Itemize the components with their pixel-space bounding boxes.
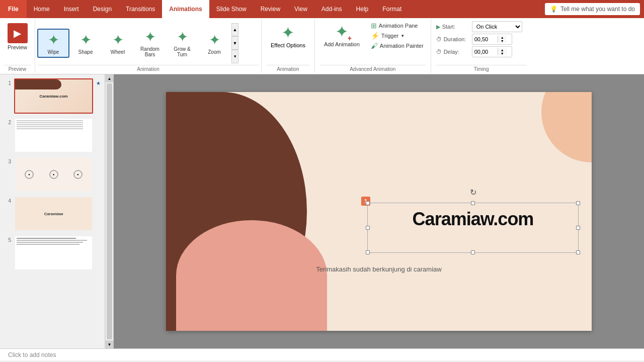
timing-section-label: Timing bbox=[436, 65, 527, 72]
slide-thumb-4[interactable]: 4 Caramiaw ★ bbox=[4, 196, 101, 231]
effect-options-icon: ✦ bbox=[281, 23, 295, 42]
slide-thumb-2[interactable]: 2 ★ bbox=[4, 118, 101, 153]
animation-section-label: Animation bbox=[37, 65, 259, 72]
slide-preview-3: ● ● ● bbox=[15, 158, 92, 191]
shape-label: Shape bbox=[78, 49, 93, 55]
slide-subtitle[interactable]: Terimakasih sudah berkunjung di caramiaw bbox=[166, 265, 592, 273]
slide-num-1: 1 bbox=[4, 78, 11, 86]
rotate-handle[interactable]: ↻ bbox=[470, 188, 476, 197]
preview-button[interactable]: ▶ Preview bbox=[6, 21, 30, 52]
duration-up[interactable]: ▲ bbox=[498, 36, 507, 39]
delay-up[interactable]: ▲ bbox=[498, 48, 507, 52]
animation-painter-label: Animation Painter bbox=[380, 43, 424, 49]
tab-format[interactable]: Format bbox=[375, 0, 409, 18]
slide-img-5 bbox=[14, 235, 93, 270]
tab-animations[interactable]: Animations bbox=[162, 0, 209, 18]
tab-addins[interactable]: Add-ins bbox=[314, 0, 349, 18]
anim-wipe[interactable]: ✦ Wipe bbox=[37, 29, 69, 58]
tab-design[interactable]: Design bbox=[86, 0, 119, 18]
preview-section-label: Preview bbox=[4, 65, 31, 72]
handle-bottom-left[interactable] bbox=[366, 250, 370, 254]
slides-panel-container: 1 Caramiaw.com ★ 2 bbox=[0, 74, 114, 348]
delay-input[interactable] bbox=[472, 48, 498, 55]
slide-thumb-1[interactable]: 1 Caramiaw.com ★ bbox=[4, 78, 101, 114]
ribbon-section-advanced: ✦+ Add Animation ⊞ Animation Pane ⚡ Trig… bbox=[315, 19, 431, 73]
slide-num-4: 4 bbox=[4, 196, 11, 204]
random-bars-icon: ✦ bbox=[144, 29, 156, 45]
trigger-label: Trigger bbox=[381, 33, 398, 39]
slide-blob-light bbox=[541, 92, 592, 162]
handle-top-right[interactable] bbox=[576, 201, 580, 205]
tab-transitions[interactable]: Transitions bbox=[119, 0, 162, 18]
tab-slideshow[interactable]: Slide Show bbox=[209, 0, 254, 18]
tab-home[interactable]: Home bbox=[27, 0, 57, 18]
slide-num-5: 5 bbox=[4, 235, 11, 243]
advanced-section-label: Advanced Animation bbox=[320, 65, 426, 72]
shape-icon: ✦ bbox=[80, 32, 92, 48]
delay-icon: ⏱ bbox=[436, 49, 442, 55]
add-animation-button[interactable]: ✦+ Add Animation bbox=[320, 21, 364, 48]
animation-pane-icon: ⊞ bbox=[371, 22, 377, 30]
delay-text: Delay: bbox=[444, 49, 459, 55]
gallery-expand[interactable]: ▾ bbox=[231, 50, 238, 63]
anim-shape[interactable]: ✦ Shape bbox=[69, 29, 102, 58]
delay-spinner: ▲ ▼ bbox=[472, 46, 512, 57]
tab-review[interactable]: Review bbox=[254, 0, 287, 18]
tab-insert[interactable]: Insert bbox=[57, 0, 86, 18]
lightbulb-icon: 💡 bbox=[550, 6, 557, 13]
canvas-area[interactable]: 1 ↻ Caramiaw.com Terimakasih sudah berku… bbox=[114, 74, 644, 348]
slide-canvas[interactable]: 1 ↻ Caramiaw.com Terimakasih sudah berku… bbox=[166, 92, 592, 331]
tab-help[interactable]: Help bbox=[349, 0, 376, 18]
handle-top-left[interactable] bbox=[366, 201, 370, 205]
slide-thumb-3[interactable]: 3 ● ● ● ★ bbox=[4, 157, 101, 192]
duration-input[interactable] bbox=[472, 36, 498, 43]
notes-area[interactable]: Click to add notes bbox=[0, 348, 644, 360]
gallery-scroll-down[interactable]: ▼ bbox=[231, 36, 238, 50]
delay-label: ⏱ Delay: bbox=[436, 49, 469, 55]
advanced-top: ✦+ Add Animation ⊞ Animation Pane ⚡ Trig… bbox=[320, 21, 426, 65]
trigger-button[interactable]: ⚡ Trigger ▼ bbox=[369, 31, 426, 40]
selected-textbox[interactable]: 1 ↻ Caramiaw.com bbox=[367, 203, 579, 253]
wipe-icon: ✦ bbox=[48, 32, 59, 48]
tell-me-bar[interactable]: 💡 Tell me what you want to do bbox=[545, 3, 640, 15]
slide-img-3: ● ● ● bbox=[14, 157, 93, 192]
slides-scroll-down[interactable]: ▼ bbox=[106, 340, 113, 348]
tab-view[interactable]: View bbox=[287, 0, 314, 18]
duration-icon: ⏱ bbox=[436, 36, 442, 42]
anim-random-bars[interactable]: ✦ Random Bars bbox=[134, 26, 166, 60]
gallery-scroll-up[interactable]: ▲ bbox=[231, 23, 238, 37]
duration-down[interactable]: ▼ bbox=[498, 39, 507, 43]
start-select[interactable]: On Click bbox=[472, 21, 522, 32]
duration-spinners: ▲ ▼ bbox=[498, 36, 507, 43]
slides-scroll-up[interactable]: ▲ bbox=[106, 74, 113, 82]
animation-pane-button[interactable]: ⊞ Animation Pane bbox=[369, 21, 426, 30]
animation-gallery-section: ✦ Wipe ✦ Shape ✦ Wheel ✦ Random Bars ✦ G… bbox=[35, 19, 262, 73]
handle-bottom-right[interactable] bbox=[576, 250, 580, 254]
circle3: ● bbox=[73, 170, 83, 179]
effect-options-button[interactable]: ✦ Effect Options bbox=[267, 21, 309, 50]
handle-top-middle[interactable] bbox=[471, 201, 475, 205]
duration-spinner: ▲ ▼ bbox=[472, 34, 512, 45]
handle-bottom-middle[interactable] bbox=[471, 250, 475, 254]
animation-painter-button[interactable]: 🖌 Animation Painter bbox=[369, 41, 426, 50]
duration-label: ⏱ Duration: bbox=[436, 36, 469, 42]
slide-num-2: 2 bbox=[4, 118, 11, 125]
circle2: ● bbox=[49, 170, 58, 179]
delay-down[interactable]: ▼ bbox=[498, 52, 507, 55]
timing-delay-row: ⏱ Delay: ▲ ▼ bbox=[436, 46, 527, 57]
anim-grow-turn[interactable]: ✦ Grow & Turn bbox=[166, 26, 198, 60]
gallery-scrollbar: ▲ ▼ ▾ bbox=[231, 23, 238, 63]
advanced-right-column: ⊞ Animation Pane ⚡ Trigger ▼ 🖌 Animation… bbox=[369, 21, 426, 50]
slide-title[interactable]: Caramiaw.com bbox=[367, 209, 579, 230]
wheel-label: Wheel bbox=[111, 49, 125, 55]
slide-img-1: Caramiaw.com bbox=[14, 78, 93, 114]
slide-preview-4: Caramiaw bbox=[15, 197, 92, 230]
slide-img-2 bbox=[14, 118, 93, 153]
tab-file[interactable]: File bbox=[0, 0, 27, 18]
slide-thumb-5[interactable]: 5 ★ bbox=[4, 235, 101, 270]
anim-wheel[interactable]: ✦ Wheel bbox=[102, 29, 134, 58]
anim-zoom[interactable]: ✦ Zoom bbox=[198, 29, 230, 58]
start-icon: ▶ bbox=[436, 24, 440, 30]
wipe-label: Wipe bbox=[48, 49, 59, 55]
effect-options-label: Effect Options bbox=[271, 42, 305, 48]
